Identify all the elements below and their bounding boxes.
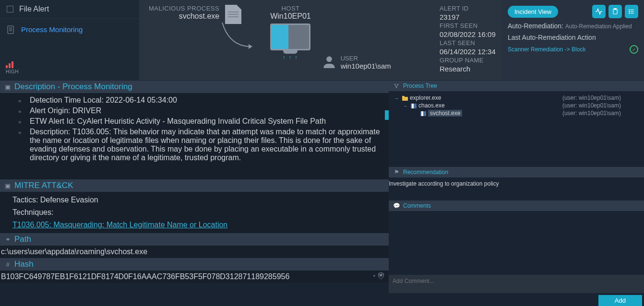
last-seen-label: LAST SEEN bbox=[440, 39, 502, 47]
svg-point-11 bbox=[629, 11, 630, 12]
user-icon bbox=[322, 55, 336, 68]
host-label: HOST bbox=[270, 5, 311, 12]
recommendation-title: Recommendation bbox=[403, 169, 448, 176]
auto-remediation-value: Auto-Remediation Applied bbox=[565, 23, 632, 30]
recommendation-body: Investigate according to organization po… bbox=[389, 177, 644, 200]
mitre-header: ▣ MITRE ATT&CK bbox=[0, 179, 389, 192]
scrollbar-thumb[interactable] bbox=[385, 110, 389, 120]
svg-line-18 bbox=[397, 85, 398, 87]
hash-body: B103FC649787EB1F6121DF8174D0F16AAAC736FB… bbox=[0, 271, 389, 283]
flag-icon bbox=[411, 103, 417, 108]
description-list: Detection Time Local: 2022-06-14 05:34:0… bbox=[12, 95, 384, 163]
up-arrows-icon: ↑ ↑ ↑ bbox=[270, 54, 311, 60]
star-icon[interactable]: * bbox=[373, 274, 375, 280]
auto-remediation-label: Auto-Remediation: bbox=[508, 22, 563, 30]
user-label: USER bbox=[341, 55, 391, 62]
last-action-label: Last Auto-Remediation Action bbox=[508, 34, 638, 41]
header-actions: Incident View Auto-Remediation: Auto-Rem… bbox=[502, 0, 644, 80]
user-value: win10ep01\sam bbox=[341, 62, 391, 70]
malicious-process-label: MALICIOUS PROCESS bbox=[149, 5, 219, 12]
action-buttons-row: Incident View bbox=[508, 5, 638, 18]
description-icon: ▣ bbox=[4, 83, 12, 91]
comments-title: Comments bbox=[403, 202, 431, 209]
select-checkbox[interactable] bbox=[7, 6, 13, 12]
description-item: Detection Time Local: 2022-06-14 05:34:0… bbox=[30, 95, 384, 106]
alert-id-label: ALERT ID bbox=[440, 5, 502, 12]
path-value: c:\users\user\appdata\roaming\svchost.ex… bbox=[1, 247, 147, 256]
description-item: ETW Alert Id: CyAlert Heuristic Activity… bbox=[30, 116, 384, 127]
severity-indicator: HIGH bbox=[0, 60, 139, 80]
add-comment-button[interactable]: Add bbox=[598, 295, 642, 306]
alert-header: File Alert Process Monitoring HIGH MALIC… bbox=[0, 0, 644, 81]
hash-header: # Hash bbox=[0, 258, 389, 271]
activity-icon-button[interactable] bbox=[592, 5, 606, 18]
description-body: Detection Time Local: 2022-06-14 05:34:0… bbox=[0, 93, 389, 179]
mitre-techniques-label: Techniques: bbox=[12, 206, 384, 219]
mitre-technique-link[interactable]: T1036.005: Masquerading: Match Legitimat… bbox=[12, 221, 227, 229]
incident-view-button[interactable]: Incident View bbox=[508, 6, 558, 18]
last-action-row: Scanner Remediation -> Block ✓ bbox=[508, 45, 638, 54]
svg-line-17 bbox=[395, 85, 396, 87]
flag-icon bbox=[420, 111, 426, 116]
path-title: Path bbox=[14, 235, 31, 244]
user-block: USER win10ep01\sam bbox=[322, 55, 391, 80]
path-body: c:\users\user\appdata\roaming\svchost.ex… bbox=[0, 246, 389, 258]
file-icon bbox=[225, 5, 241, 24]
last-seen-value: 06/14/2022 12:34 bbox=[440, 47, 502, 56]
tree-expand-icon[interactable]: – bbox=[395, 95, 400, 101]
body: ▣ Description - Process Monitoring Detec… bbox=[0, 81, 644, 306]
description-item: Description: T1036.005: This behavior ma… bbox=[30, 127, 384, 163]
tree-node-user: (user: win10ep01\sam) bbox=[562, 94, 637, 101]
svg-point-14 bbox=[394, 84, 395, 85]
svg-rect-20 bbox=[402, 96, 405, 97]
comments-header: 💬 Comments bbox=[389, 200, 644, 211]
tree-icon bbox=[393, 82, 400, 90]
recommendation-text: Investigate according to organization po… bbox=[389, 180, 499, 187]
tree-node-name: chaos.exe bbox=[418, 102, 445, 109]
first-seen-value: 02/08/2022 16:09 bbox=[440, 30, 502, 38]
tree-node-user: (user: win10ep01\sam) bbox=[562, 102, 637, 109]
malicious-process-name: svchost.exe bbox=[179, 12, 219, 21]
description-item: Alert Origin: DRIVER bbox=[30, 106, 384, 116]
auto-remediation-row: Auto-Remediation: Auto-Remediation Appli… bbox=[508, 22, 638, 30]
svg-point-15 bbox=[397, 84, 398, 85]
tree-expand-icon[interactable]: – bbox=[404, 103, 409, 108]
process-tree-body: –explorer.exe(user: win10ep01\sam)–chaos… bbox=[389, 91, 644, 167]
comment-input[interactable] bbox=[389, 275, 644, 293]
tree-row[interactable]: svchost.exe(user: win10ep01\sam) bbox=[395, 109, 637, 117]
description-title: Description - Process Monitoring bbox=[14, 82, 132, 92]
path-header: ⚭ Path bbox=[0, 233, 389, 246]
process-monitoring-row[interactable]: Process Monitoring bbox=[0, 19, 139, 40]
arrow-icon bbox=[220, 20, 258, 49]
right-column: Process Tree –explorer.exe(user: win10ep… bbox=[389, 81, 644, 306]
first-seen-label: FIRST SEEN bbox=[440, 22, 502, 29]
alert-id-value: 23197 bbox=[440, 13, 502, 21]
mitre-tactics: Tactics: Defense Evasion bbox=[12, 194, 384, 206]
tree-node-user: (user: win10ep01\sam) bbox=[562, 110, 637, 117]
svg-text:VT: VT bbox=[380, 274, 382, 277]
hash-icon: # bbox=[4, 260, 12, 268]
bulb-icon: ⚑ bbox=[393, 168, 400, 176]
recommendation-header: ⚑ Recommendation bbox=[389, 167, 644, 177]
list-icon-button[interactable] bbox=[625, 5, 638, 18]
monitor-icon bbox=[270, 24, 310, 50]
description-header: ▣ Description - Process Monitoring bbox=[0, 81, 389, 93]
folder-icon bbox=[402, 95, 408, 100]
tree-row[interactable]: –explorer.exe(user: win10ep01\sam) bbox=[395, 94, 637, 102]
tree-row[interactable]: –chaos.exe(user: win10ep01\sam) bbox=[395, 102, 637, 109]
header-diagram: MALICIOUS PROCESS svchost.exe HOST Win10… bbox=[139, 0, 440, 80]
remediation-action-link[interactable]: Scanner Remediation -> Block bbox=[508, 46, 585, 53]
shield-vt-icon[interactable]: VT bbox=[377, 271, 385, 282]
file-alert-row: File Alert bbox=[0, 0, 139, 19]
group-value: Research bbox=[440, 65, 502, 73]
tree-node-name: svchost.exe bbox=[428, 110, 462, 117]
svg-rect-0 bbox=[8, 26, 13, 34]
success-check-icon: ✓ bbox=[630, 45, 638, 54]
comments-list bbox=[389, 211, 644, 275]
clipboard-icon-button[interactable] bbox=[608, 5, 622, 18]
comments-body: Add bbox=[389, 211, 644, 306]
severity-bars-icon bbox=[6, 60, 139, 68]
comment-icon: 💬 bbox=[393, 202, 400, 210]
hash-actions: * VT bbox=[373, 271, 385, 282]
hash-title: Hash bbox=[14, 259, 34, 269]
